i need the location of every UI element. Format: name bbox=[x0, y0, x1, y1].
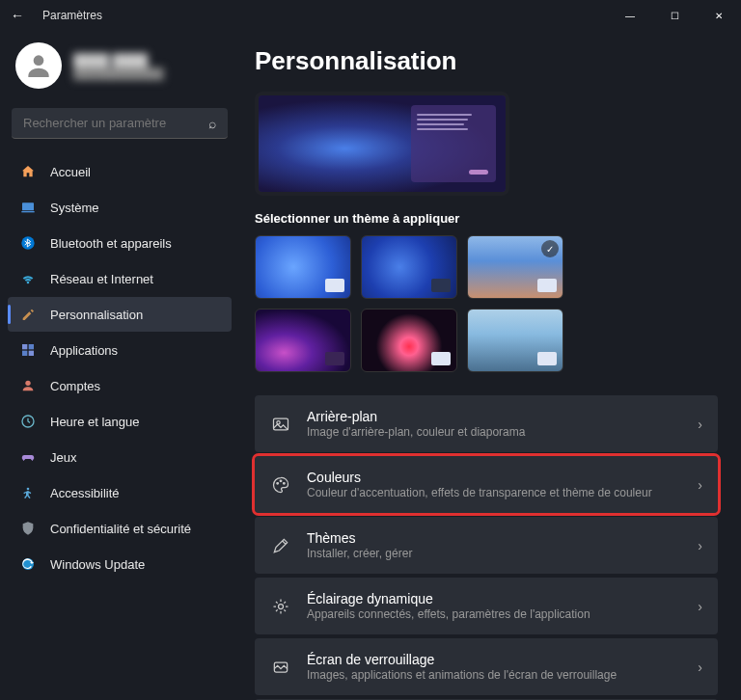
jeux-icon bbox=[19, 448, 37, 466]
profile[interactable]: ████ ████ ████████████ bbox=[8, 39, 232, 104]
chevron-right-icon: › bbox=[698, 599, 702, 614]
window-title: Paramètres bbox=[42, 9, 102, 22]
theme-4[interactable] bbox=[255, 309, 351, 372]
confidentialite-icon bbox=[19, 520, 37, 537]
theme-6[interactable] bbox=[467, 309, 563, 372]
search-input[interactable] bbox=[23, 116, 208, 130]
sidebar-item-systeme[interactable]: Système bbox=[8, 190, 232, 225]
setting-couleurs[interactable]: CouleursCouleur d'accentuation, effets d… bbox=[255, 456, 718, 513]
search-box[interactable]: ⌕ bbox=[12, 108, 228, 139]
close-button[interactable]: ✕ bbox=[697, 0, 741, 31]
sidebar-item-jeux[interactable]: Jeux bbox=[8, 440, 232, 474]
sidebar-item-reseau[interactable]: Réseau et Internet bbox=[8, 261, 232, 296]
sidebar-item-personnalisation[interactable]: Personnalisation bbox=[8, 297, 232, 332]
verrouillage-icon bbox=[270, 658, 291, 677]
avatar-icon bbox=[15, 42, 62, 89]
sidebar-item-label: Jeux bbox=[50, 450, 76, 465]
theme-3[interactable]: ✓ bbox=[467, 235, 563, 299]
sidebar-item-label: Personnalisation bbox=[50, 308, 143, 322]
setting-verrouillage[interactable]: Écran de verrouillageImages, application… bbox=[255, 638, 718, 695]
svg-rect-6 bbox=[22, 351, 27, 356]
sidebar-item-update[interactable]: Windows Update bbox=[8, 547, 232, 581]
eclairage-icon bbox=[270, 597, 291, 616]
setting-title: Couleurs bbox=[307, 470, 682, 485]
svg-point-16 bbox=[284, 482, 286, 484]
applications-icon bbox=[19, 341, 37, 359]
setting-themes[interactable]: ThèmesInstaller, créer, gérer› bbox=[255, 517, 718, 574]
setting-title: Éclairage dynamique bbox=[307, 591, 682, 606]
sidebar-item-accueil[interactable]: Accueil bbox=[8, 154, 232, 189]
svg-point-10 bbox=[27, 488, 30, 491]
setting-title: Arrière-plan bbox=[307, 409, 682, 424]
comptes-icon bbox=[19, 377, 37, 394]
setting-desc: Couleur d'accentuation, effets de transp… bbox=[307, 486, 682, 499]
theme-2[interactable] bbox=[361, 235, 457, 299]
bluetooth-icon bbox=[19, 234, 37, 252]
sidebar-item-label: Confidentialité et sécurité bbox=[50, 522, 191, 536]
search-icon: ⌕ bbox=[208, 116, 216, 131]
arriere-plan-icon bbox=[270, 415, 291, 434]
heure-icon bbox=[19, 413, 37, 430]
profile-name: ████ ████ bbox=[73, 53, 164, 67]
theme-selected-icon: ✓ bbox=[541, 240, 559, 257]
sidebar-item-label: Réseau et Internet bbox=[50, 272, 153, 286]
sidebar-item-label: Comptes bbox=[50, 379, 100, 393]
svg-rect-4 bbox=[22, 344, 27, 349]
chevron-right-icon: › bbox=[698, 477, 702, 493]
theme-1[interactable] bbox=[255, 235, 351, 299]
sidebar-item-label: Accessibilité bbox=[50, 486, 120, 500]
theme-section-label: Sélectionner un thème à appliquer bbox=[255, 211, 718, 226]
setting-desc: Installer, créer, gérer bbox=[307, 547, 682, 560]
svg-point-14 bbox=[277, 482, 279, 484]
sidebar-item-heure[interactable]: Heure et langue bbox=[8, 404, 232, 439]
svg-rect-2 bbox=[21, 211, 34, 212]
sidebar-item-label: Applications bbox=[50, 343, 118, 358]
setting-desc: Images, applications et animations de l'… bbox=[307, 668, 682, 682]
desktop-preview bbox=[255, 92, 509, 196]
setting-title: Écran de verrouillage bbox=[307, 652, 682, 667]
maximize-button[interactable]: ☐ bbox=[652, 0, 697, 31]
setting-arriere-plan[interactable]: Arrière-planImage d'arrière-plan, couleu… bbox=[255, 395, 718, 452]
sidebar-item-label: Windows Update bbox=[50, 557, 145, 572]
setting-eclairage[interactable]: Éclairage dynamiqueAppareils connectés, … bbox=[255, 578, 718, 634]
themes-icon bbox=[270, 536, 291, 555]
update-icon bbox=[19, 555, 37, 573]
sidebar-item-label: Heure et langue bbox=[50, 415, 140, 429]
chevron-right-icon: › bbox=[698, 417, 702, 432]
accueil-icon bbox=[19, 163, 37, 180]
svg-point-0 bbox=[34, 55, 44, 66]
setting-desc: Image d'arrière-plan, couleur et diapora… bbox=[307, 425, 682, 439]
setting-desc: Appareils connectés, effets, paramètres … bbox=[307, 607, 682, 621]
sidebar-item-label: Accueil bbox=[50, 165, 91, 179]
sidebar-item-bluetooth[interactable]: Bluetooth et appareils bbox=[8, 226, 232, 260]
sidebar-item-applications[interactable]: Applications bbox=[8, 333, 232, 367]
svg-point-15 bbox=[280, 480, 282, 482]
svg-rect-7 bbox=[29, 351, 34, 356]
setting-title: Thèmes bbox=[307, 530, 682, 546]
personnalisation-icon bbox=[19, 306, 37, 323]
reseau-icon bbox=[19, 270, 37, 287]
sidebar-item-comptes[interactable]: Comptes bbox=[8, 368, 232, 403]
sidebar-item-accessibilite[interactable]: Accessibilité bbox=[8, 475, 232, 510]
systeme-icon bbox=[19, 199, 37, 216]
page-title: Personnalisation bbox=[255, 46, 718, 76]
svg-rect-1 bbox=[22, 202, 34, 210]
chevron-right-icon: › bbox=[698, 660, 702, 675]
minimize-button[interactable]: — bbox=[608, 0, 652, 31]
svg-point-8 bbox=[25, 381, 30, 386]
profile-email: ████████████ bbox=[73, 67, 164, 79]
chevron-right-icon: › bbox=[698, 538, 702, 553]
couleurs-icon bbox=[270, 475, 291, 495]
sidebar-item-confidentialite[interactable]: Confidentialité et sécurité bbox=[8, 511, 232, 546]
svg-point-17 bbox=[279, 604, 284, 608]
accessibilite-icon bbox=[19, 484, 37, 501]
sidebar-item-label: Système bbox=[50, 201, 99, 215]
svg-rect-5 bbox=[29, 344, 34, 349]
sidebar-item-label: Bluetooth et appareils bbox=[50, 236, 172, 251]
theme-5[interactable] bbox=[361, 309, 457, 372]
back-button[interactable]: ← bbox=[8, 6, 27, 25]
